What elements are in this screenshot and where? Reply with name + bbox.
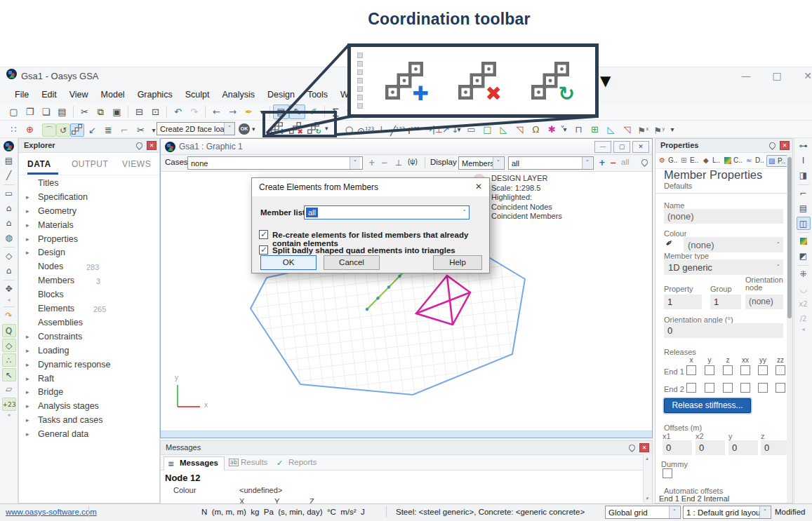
copy-icon[interactable]: ⧉: [93, 104, 109, 119]
rotate-view-icon[interactable]: ↷: [2, 309, 16, 323]
add-member-icon[interactable]: [70, 123, 84, 137]
explorer-item-titles[interactable]: Titles: [19, 177, 159, 191]
coordination-dropdown-icon[interactable]: ▾: [325, 125, 328, 132]
dialog-close-icon[interactable]: ✕: [475, 182, 482, 191]
menu-model[interactable]: Model: [95, 87, 131, 102]
select-nodes-icon[interactable]: ∴: [2, 353, 16, 367]
graphic-restore-icon[interactable]: ▢: [613, 141, 630, 153]
table-view-icon[interactable]: ▤: [273, 104, 289, 119]
help-button[interactable]: Help: [433, 255, 482, 270]
explorer-item-assemblies[interactable]: Assemblies: [19, 316, 159, 330]
display-all-button[interactable]: all: [621, 158, 630, 166]
select-cursor-icon[interactable]: ↖: [2, 368, 16, 381]
menu-graphics[interactable]: Graphics: [131, 87, 179, 102]
expand-arrow-icon[interactable]: ▸: [26, 417, 29, 424]
pin-icon[interactable]: [768, 141, 777, 150]
end1-yy-checkbox[interactable]: [758, 365, 768, 375]
menu-sculpt[interactable]: Sculpt: [179, 87, 216, 102]
graphic-minimize-icon[interactable]: —: [594, 141, 611, 153]
node-dot-icon[interactable]: ○: [341, 122, 357, 137]
menu-tools[interactable]: Tools: [301, 87, 334, 102]
ok-action-button[interactable]: OK: [239, 123, 250, 135]
explorer-item-nodes[interactable]: Nodes283: [19, 260, 159, 274]
dock-more-icon[interactable]: ◂: [2, 297, 16, 304]
contour-settings-icon[interactable]: [797, 235, 811, 248]
draw-arc-icon[interactable]: ⌒: [42, 123, 56, 137]
explorer-item-properties[interactable]: ▸Properties: [19, 233, 159, 247]
shear-diagram-icon[interactable]: ◺: [603, 122, 619, 137]
section-label-icon[interactable]: I123: [406, 122, 422, 137]
close-icon[interactable]: ✕: [639, 443, 649, 452]
end1-z-checkbox[interactable]: [723, 365, 733, 375]
print-icon[interactable]: ⊟: [131, 104, 147, 119]
back-icon[interactable]: ←: [208, 104, 225, 119]
tab-messages[interactable]: ≡Messages: [164, 456, 225, 471]
menu-edit[interactable]: Edit: [35, 87, 63, 102]
explorer-item-blocks[interactable]: Blocks: [19, 288, 159, 302]
resize-view-icon[interactable]: ✥: [2, 283, 16, 296]
explorer-item-raft[interactable]: ▸Raft: [19, 372, 159, 386]
tab-elements[interactable]: ⊞E..: [679, 155, 700, 167]
gravity-load-icon[interactable]: Ω: [528, 122, 544, 137]
open-file-icon[interactable]: ❐: [22, 104, 38, 119]
tab-data[interactable]: DATA: [27, 159, 51, 169]
display-plus-icon[interactable]: +: [599, 158, 606, 168]
solid-3d-icon[interactable]: ◫: [797, 217, 811, 230]
expand-arrow-icon[interactable]: ▸: [26, 402, 29, 410]
delete-elements-of-members-icon[interactable]: ✖: [289, 122, 301, 134]
ok-button[interactable]: OK: [260, 255, 317, 270]
grid-layout-combo[interactable]: 1 : Default grid layout˅: [683, 506, 771, 519]
orientation-node-field[interactable]: (none): [745, 295, 783, 309]
tab-reports[interactable]: ✓Reports: [273, 456, 322, 471]
cut-icon[interactable]: ✂: [76, 104, 93, 119]
create-elements-from-members-icon[interactable]: ✚: [271, 122, 283, 134]
oasys-link[interactable]: www.oasys-software.com: [6, 508, 97, 516]
pin-icon[interactable]: [135, 141, 144, 150]
volume-clip-icon[interactable]: ◇: [2, 339, 16, 352]
dock-more2-icon[interactable]: ◂: [2, 412, 16, 419]
colour-select[interactable]: (none)˅: [684, 237, 783, 252]
orientation-angle-field[interactable]: 0: [664, 323, 783, 338]
end1-y-checkbox[interactable]: [705, 365, 714, 375]
cases-pin-icon[interactable]: [640, 158, 649, 167]
draw-line-icon[interactable]: ╱: [2, 169, 16, 182]
explorer-item-materials[interactable]: ▸Materials: [19, 219, 159, 233]
scale-half-icon[interactable]: /2: [797, 312, 811, 325]
tab-contours[interactable]: C..: [723, 155, 745, 167]
results-dropdown-icon[interactable]: ▾: [667, 122, 677, 137]
cancel-button[interactable]: Cancel: [324, 255, 380, 270]
tab-output[interactable]: OUTPUT: [72, 159, 108, 169]
property-field[interactable]: 1: [664, 295, 702, 309]
expand-arrow-icon[interactable]: ▸: [26, 208, 29, 215]
case-minus-icon[interactable]: −: [381, 158, 388, 168]
tab-diagrams[interactable]: ≈D..: [745, 155, 766, 167]
end1-xx-checkbox[interactable]: [740, 365, 750, 375]
face-load-icon[interactable]: □: [479, 122, 495, 137]
display-list-combo[interactable]: all˅: [508, 156, 594, 170]
redo-icon[interactable]: ↷: [186, 104, 202, 119]
expand-arrow-icon[interactable]: ▸: [26, 388, 29, 395]
new-file-icon[interactable]: ▢: [6, 104, 22, 119]
shell-view-icon[interactable]: ◍: [2, 231, 16, 245]
expand-arrow-icon[interactable]: ▸: [26, 194, 29, 201]
properties-scrollbar[interactable]: [787, 154, 792, 503]
combo-arrow-icon[interactable]: ˅: [224, 123, 234, 135]
explorer-item-general-data[interactable]: ▸General data: [19, 428, 159, 442]
explorer-item-tasks-and-cases[interactable]: ▸Tasks and cases: [19, 414, 159, 428]
group-field[interactable]: 1: [710, 295, 741, 309]
tab-labels[interactable]: ◆L..: [702, 155, 722, 167]
combo-arrow-icon[interactable]: ˅: [463, 209, 467, 216]
node-link-icon[interactable]: ⊶: [797, 140, 811, 153]
explorer-item-geometry[interactable]: ▸Geometry: [19, 205, 159, 219]
rotate-add-icon[interactable]: ↺: [56, 123, 70, 137]
move-nodes-icon[interactable]: ↙: [84, 123, 100, 137]
frame-view-icon[interactable]: ⌂: [2, 217, 16, 230]
brush-icon[interactable]: ✒: [663, 236, 675, 250]
zoom-icon[interactable]: Q: [2, 324, 16, 337]
explorer-item-constraints[interactable]: ▸Constraints: [19, 330, 159, 344]
display-type-combo[interactable]: Members˅: [458, 156, 505, 170]
flag-x-icon[interactable]: ⚑x: [635, 122, 651, 137]
explorer-item-specification[interactable]: ▸Specification: [19, 191, 159, 205]
plan-view-icon[interactable]: ⌂: [2, 264, 16, 278]
support-toggle-icon[interactable]: ⊥: [395, 158, 402, 168]
